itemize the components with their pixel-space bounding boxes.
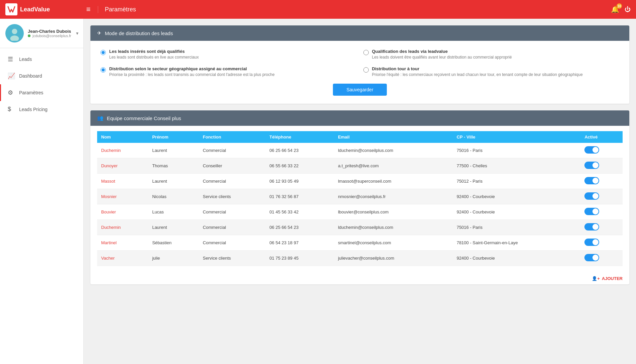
cell-email: lduchemin@conseilplus.com <box>334 220 452 235</box>
avatar <box>5 24 24 42</box>
distribution-options: Les leads insérés sont déjà qualifiés Le… <box>100 49 619 77</box>
cell-nom: Duchemin <box>97 143 148 158</box>
dist-option-2-desc: Les leads doivent être qualifiés avant l… <box>372 55 512 60</box>
active-toggle[interactable] <box>584 239 599 246</box>
dist-option-2-label: Qualification des leads via leadvalue <box>372 49 512 54</box>
bell-button[interactable]: 🔔 10 <box>611 5 619 13</box>
active-toggle[interactable] <box>584 223 599 231</box>
cell-active <box>580 174 623 189</box>
cell-fonction: Commercial <box>199 220 266 235</box>
table-row: Vacher julie Service clients 01 75 23 89… <box>97 251 623 266</box>
cell-prenom: Lucas <box>148 204 199 220</box>
cell-nom: Mosnier <box>97 189 148 204</box>
user-name: Jean-Charles Dubois <box>28 29 71 34</box>
cell-tel: 06 54 23 18 97 <box>266 235 334 251</box>
cell-fonction: Service clients <box>199 189 266 204</box>
active-toggle[interactable] <box>584 254 599 261</box>
active-toggle[interactable] <box>584 162 599 169</box>
table-row: Mosnier Nicolas Service clients 01 76 32… <box>97 189 623 204</box>
sidebar-label-parametres: Paramètres <box>19 90 43 95</box>
nom-link[interactable]: Vacher <box>101 256 115 261</box>
cell-nom: Vacher <box>97 251 148 266</box>
sidebar-item-leads[interactable]: ☰ Leads <box>0 51 83 68</box>
nom-link[interactable]: Mosnier <box>101 194 117 199</box>
team-table-body: Duchemin Laurent Commercial 06 25 66 54 … <box>97 143 623 266</box>
cell-fonction: Commercial <box>199 174 266 189</box>
team-header: 👥 Equipe commerciale Conseil plus <box>90 110 629 126</box>
distribution-header-title: Mode de distribution des leads <box>105 30 173 36</box>
cell-nom: Massot <box>97 174 148 189</box>
ajouter-row: 👤+ AJOUTER <box>90 273 629 284</box>
power-button[interactable]: ⏻ <box>625 6 631 13</box>
cell-email: julievacher@conseilplus.com <box>334 251 452 266</box>
col-nom: Nom <box>97 131 148 143</box>
team-header-title: Equipe commerciale Conseil plus <box>107 115 181 121</box>
active-toggle[interactable] <box>584 208 599 215</box>
cell-ville: 75016 - Paris <box>452 220 580 235</box>
dist-option-3-desc: Priorise la proximité : les leads sont t… <box>109 72 275 77</box>
avatar-icon <box>7 26 22 41</box>
dist-option-3-label: Distribution selon le secteur géographiq… <box>109 66 275 71</box>
distribution-header: ✈ Mode de distribution des leads <box>90 25 629 41</box>
dist-option-3: Distribution selon le secteur géographiq… <box>100 66 357 77</box>
cell-tel: 06 25 66 54 23 <box>266 143 334 158</box>
dist-radio-3[interactable] <box>100 67 106 73</box>
cell-prenom: Sébastien <box>148 235 199 251</box>
cell-active <box>580 235 623 251</box>
active-toggle[interactable] <box>584 192 599 200</box>
cell-tel: 01 76 32 56 87 <box>266 189 334 204</box>
table-row: Duchemin Laurent Commercial 06 25 66 54 … <box>97 220 623 235</box>
active-toggle[interactable] <box>584 146 599 154</box>
topnav-actions: 🔔 10 ⏻ <box>611 5 631 13</box>
nom-link[interactable]: Duchemin <box>101 225 121 230</box>
col-telephone: Téléphone <box>266 131 334 143</box>
cell-active <box>580 251 623 266</box>
dist-radio-4[interactable] <box>363 67 369 73</box>
hamburger-button[interactable]: ≡ <box>82 5 94 14</box>
cell-ville: 77500 - Chelles <box>452 158 580 174</box>
cell-tel: 06 25 66 54 23 <box>266 220 334 235</box>
cell-tel: 06 12 93 05 49 <box>266 174 334 189</box>
sidebar-item-parametres[interactable]: ⚙ Paramètres <box>0 84 83 101</box>
active-toggle[interactable] <box>584 177 599 184</box>
nom-link[interactable]: Massot <box>101 179 115 184</box>
nom-link[interactable]: Dunoyer <box>101 163 118 168</box>
table-header-row: Nom Prénom Fonction Téléphone Email CP -… <box>97 131 623 143</box>
cell-ville: 75012 - Paris <box>452 174 580 189</box>
cell-tel: 06 55 66 33 22 <box>266 158 334 174</box>
ajouter-label: AJOUTER <box>602 276 623 281</box>
cell-tel: 01 45 56 33 42 <box>266 204 334 220</box>
brand-name: LeadValue <box>20 6 50 13</box>
ajouter-button[interactable]: 👤+ AJOUTER <box>592 276 623 281</box>
dist-radio-2[interactable] <box>363 50 369 55</box>
sidebar-label-leads: Leads <box>19 57 32 62</box>
cell-prenom: Laurent <box>148 143 199 158</box>
cell-prenom: Laurent <box>148 174 199 189</box>
distribution-card: ✈ Mode de distribution des leads Les lea… <box>90 25 629 104</box>
chart-icon: 📈 <box>8 72 15 80</box>
gear-icon: ⚙ <box>8 89 15 96</box>
dist-option-4-label: Distribution tour à tour <box>372 66 583 71</box>
cell-ville: 92400 - Courbevoie <box>452 189 580 204</box>
dist-radio-1[interactable] <box>100 50 106 55</box>
svg-point-2 <box>12 29 17 34</box>
cell-email: lduchemin@conseilplus.com <box>334 143 452 158</box>
nom-link[interactable]: Duchemin <box>101 148 121 153</box>
save-button[interactable]: Sauvegarder <box>333 84 386 96</box>
nom-link[interactable]: Martinel <box>101 240 117 245</box>
dist-option-4: Distribution tour à tour Priorise l'équi… <box>363 66 620 77</box>
main-content: ✈ Mode de distribution des leads Les lea… <box>84 19 636 364</box>
nom-link[interactable]: Bouvier <box>101 209 116 214</box>
table-row: Dunoyer Thomas Conseiller 06 55 66 33 22… <box>97 158 623 174</box>
sidebar-item-dashboard[interactable]: 📈 Dashboard <box>0 68 83 84</box>
user-chevron-icon[interactable]: ▼ <box>75 31 79 36</box>
cell-nom: Martinel <box>97 235 148 251</box>
cell-prenom: Thomas <box>148 158 199 174</box>
cell-fonction: Commercial <box>199 235 266 251</box>
cell-fonction: Conseiller <box>199 158 266 174</box>
notification-badge: 10 <box>617 3 622 9</box>
dist-option-1-text: Les leads insérés sont déjà qualifiés Le… <box>109 49 199 60</box>
cell-email: nmosnier@conseilplus.fr <box>334 189 452 204</box>
brand: LeadValue <box>5 3 82 15</box>
sidebar-item-leads-pricing[interactable]: $ Leads Pricing <box>0 101 83 117</box>
